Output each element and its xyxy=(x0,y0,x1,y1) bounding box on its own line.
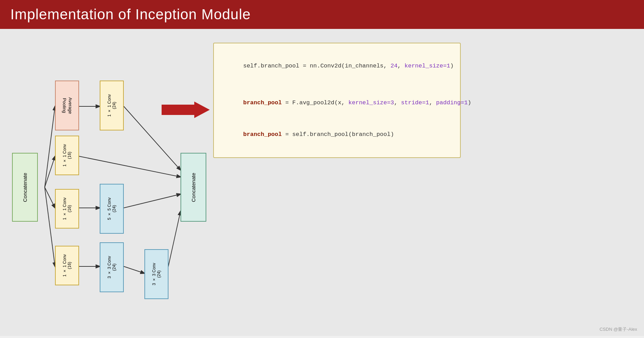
code-line-2: branch_pool = F.avg_pool2d(x, kernel_siz… xyxy=(222,87,452,119)
conv1x1-16a-box: 1 × 1 Conv(16) xyxy=(55,136,79,175)
big-arrow xyxy=(162,101,210,121)
svg-line-10 xyxy=(124,266,144,273)
svg-line-7 xyxy=(124,194,181,208)
page-title: Implementation of Inception Module xyxy=(10,6,251,22)
arrow-svg xyxy=(162,101,210,119)
conv1x1-16c-box: 1 × 1 Conv(16) xyxy=(55,246,79,285)
concat-right-box: Concatenate xyxy=(181,153,206,222)
code-line-1: self.branch_pool = nn.Conv2d(in_channels… xyxy=(222,50,452,82)
code-spacer xyxy=(222,82,452,87)
code-box: self.branch_pool = nn.Conv2d(in_channels… xyxy=(213,43,461,158)
svg-line-5 xyxy=(79,156,181,177)
concat-left-box: Concatenate xyxy=(12,153,38,222)
conv1x1-16b-box: 1 × 1 Conv(16) xyxy=(55,189,79,229)
svg-marker-12 xyxy=(162,102,210,118)
watermark: CSDN @量子-Alex xyxy=(600,326,637,332)
conv3x3-24b-box: 3 × 3 Conv(24) xyxy=(144,249,168,299)
conv5x5-24-box: 5 × 5 Conv(24) xyxy=(100,184,124,234)
svg-line-3 xyxy=(45,187,55,266)
svg-line-2 xyxy=(45,187,55,208)
conv3x3-24a-box: 3 × 3 Conv(24) xyxy=(100,242,124,292)
main-content: Concatenate AveragePooling 1 × 1 Conv(24… xyxy=(0,29,644,336)
conv1x1-24-box: 1 × 1 Conv(24) xyxy=(100,81,124,130)
avg-pool-box: AveragePooling xyxy=(55,81,79,130)
diagram: Concatenate AveragePooling 1 × 1 Conv(24… xyxy=(7,39,213,321)
svg-line-11 xyxy=(167,211,181,273)
svg-line-0 xyxy=(45,106,55,187)
svg-line-1 xyxy=(45,156,55,187)
header: Implementation of Inception Module xyxy=(0,0,644,29)
code-line-3: branch_pool = self.branch_pool(branch_po… xyxy=(222,119,452,151)
